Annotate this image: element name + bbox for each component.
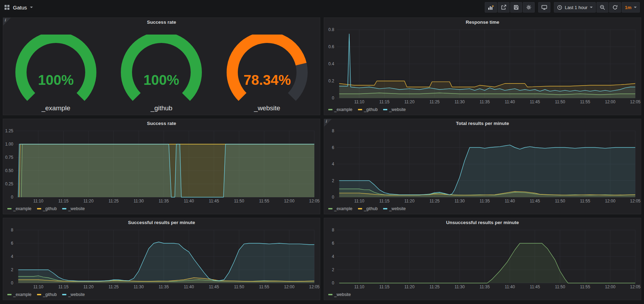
chart-legend: _example_github_website xyxy=(324,106,641,115)
unsuccessful-results-chart[interactable]: 11:1011:1511:2011:2511:3011:3511:4011:45… xyxy=(324,227,641,291)
navbar-left: Gatus xyxy=(4,5,33,10)
panel-success-rate-timeseries: Success rate 11:1011:1511:2011:2511:3011… xyxy=(3,119,320,214)
legend-label: _website xyxy=(68,206,85,211)
successful-results-chart[interactable]: 11:1011:1511:2011:2511:3011:3511:4011:45… xyxy=(3,227,320,291)
dashboard-actions-group xyxy=(485,2,535,13)
svg-text:6: 6 xyxy=(11,241,13,246)
legend-item-_website[interactable]: _website xyxy=(62,206,85,211)
svg-text:11:30: 11:30 xyxy=(134,199,144,203)
zoom-out-button[interactable] xyxy=(597,2,608,13)
svg-text:11:50: 11:50 xyxy=(555,199,565,203)
legend-label: _github xyxy=(43,206,57,211)
time-range-label: Last 1 hour xyxy=(565,5,587,10)
legend-item-_example[interactable]: _example xyxy=(328,107,352,112)
svg-text:11:10: 11:10 xyxy=(354,99,364,104)
legend-item-_website[interactable]: _website xyxy=(62,292,85,297)
svg-text:11:20: 11:20 xyxy=(404,99,415,104)
svg-text:11:15: 11:15 xyxy=(58,284,68,289)
success-rate-chart[interactable]: 11:1011:1511:2011:2511:3011:3511:4011:45… xyxy=(3,128,320,205)
share-icon xyxy=(501,5,506,10)
svg-text:11:40: 11:40 xyxy=(505,284,515,289)
legend-label: _website xyxy=(389,107,405,112)
legend-item-_example[interactable]: _example xyxy=(7,206,31,211)
legend-label: _example xyxy=(13,292,31,297)
svg-text:12:00: 12:00 xyxy=(605,284,615,289)
chart-legend: _website xyxy=(324,291,641,300)
svg-text:11:40: 11:40 xyxy=(184,284,194,289)
svg-text:12:05: 12:05 xyxy=(630,99,641,104)
panel-info-icon[interactable]: i xyxy=(324,119,332,127)
legend-item-_github[interactable]: _github xyxy=(358,107,378,112)
add-panel-icon xyxy=(488,5,494,10)
svg-text:1.00: 1.00 xyxy=(5,142,14,147)
save-icon xyxy=(513,5,519,10)
legend-item-_github[interactable]: _github xyxy=(358,206,378,211)
svg-text:11:35: 11:35 xyxy=(480,199,490,203)
svg-text:4: 4 xyxy=(332,254,334,259)
svg-text:11:40: 11:40 xyxy=(505,99,515,104)
svg-text:12:00: 12:00 xyxy=(605,199,615,203)
cycle-view-mode-button[interactable] xyxy=(538,2,550,13)
legend-item-_example[interactable]: _example xyxy=(7,292,31,297)
legend-item-_website[interactable]: _website xyxy=(383,107,405,112)
legend-label: _website xyxy=(334,292,351,297)
svg-text:0.75: 0.75 xyxy=(5,155,14,160)
chart-legend: _example_github_website xyxy=(3,205,320,214)
svg-text:12:05: 12:05 xyxy=(309,199,320,203)
legend-swatch-icon xyxy=(37,294,41,295)
total-results-chart[interactable]: 11:1011:1511:2011:2511:3011:3511:4011:45… xyxy=(324,128,641,205)
svg-text:2: 2 xyxy=(11,267,13,272)
svg-text:6: 6 xyxy=(332,241,334,246)
share-dashboard-button[interactable] xyxy=(498,2,510,13)
response-time-chart[interactable]: 11:1011:1511:2011:2511:3011:3511:4011:45… xyxy=(324,27,641,106)
svg-text:12:00: 12:00 xyxy=(284,199,294,203)
save-dashboard-button[interactable] xyxy=(510,2,522,13)
legend-item-_website[interactable]: _website xyxy=(328,292,351,297)
time-range-picker[interactable]: Last 1 hour xyxy=(554,2,596,13)
svg-text:11:10: 11:10 xyxy=(33,199,43,203)
dashboard-title[interactable]: Gatus xyxy=(13,5,27,10)
gauge-row: 100%_example100%_github78.34%_website xyxy=(3,27,320,115)
refresh-interval-picker[interactable]: 1m xyxy=(622,2,640,13)
svg-text:11:20: 11:20 xyxy=(404,199,415,203)
svg-text:11:35: 11:35 xyxy=(480,99,490,104)
legend-item-_example[interactable]: _example xyxy=(328,206,352,211)
panel-info-icon[interactable]: i xyxy=(3,18,11,25)
legend-item-_website[interactable]: _website xyxy=(383,206,405,211)
dashboards-grid-icon[interactable] xyxy=(4,5,10,10)
svg-text:11:15: 11:15 xyxy=(379,99,389,104)
svg-text:100%: 100% xyxy=(144,72,179,88)
svg-text:11:55: 11:55 xyxy=(580,199,590,203)
panel-title[interactable]: Response time xyxy=(324,18,641,27)
panel-title[interactable]: Success rate xyxy=(3,18,320,27)
panel-title[interactable]: Total results per minute xyxy=(324,119,641,128)
panel-title[interactable]: Success rate xyxy=(3,119,320,128)
chart-legend: _example_github_website xyxy=(3,291,320,300)
svg-text:0.8: 0.8 xyxy=(328,27,334,32)
dashboard-settings-button[interactable] xyxy=(523,2,535,13)
legend-label: _website xyxy=(68,292,85,297)
legend-swatch-icon xyxy=(328,208,332,209)
time-controls-group: Last 1 hour 1m xyxy=(554,2,640,13)
panel-title[interactable]: Unsuccessful results per minute xyxy=(324,218,641,227)
svg-text:0: 0 xyxy=(332,281,334,286)
panel-title[interactable]: Successful results per minute xyxy=(3,218,320,227)
chevron-down-icon[interactable] xyxy=(30,7,33,8)
svg-text:11:40: 11:40 xyxy=(505,199,515,203)
svg-text:11:50: 11:50 xyxy=(555,99,565,104)
svg-text:0: 0 xyxy=(332,96,334,101)
add-panel-button[interactable] xyxy=(485,2,497,13)
svg-text:0.50: 0.50 xyxy=(5,168,14,173)
legend-item-_github[interactable]: _github xyxy=(37,206,57,211)
svg-text:11:35: 11:35 xyxy=(159,199,169,203)
legend-label: _github xyxy=(43,292,57,297)
svg-text:2: 2 xyxy=(332,267,334,272)
legend-label: _website xyxy=(389,206,405,211)
gauge-arc: 78.34% xyxy=(215,35,320,104)
svg-text:0: 0 xyxy=(11,281,13,286)
svg-text:11:35: 11:35 xyxy=(159,284,169,289)
svg-text:11:30: 11:30 xyxy=(455,199,465,203)
legend-item-_github[interactable]: _github xyxy=(37,292,57,297)
refresh-button[interactable] xyxy=(609,2,621,13)
svg-text:12:05: 12:05 xyxy=(630,199,641,203)
